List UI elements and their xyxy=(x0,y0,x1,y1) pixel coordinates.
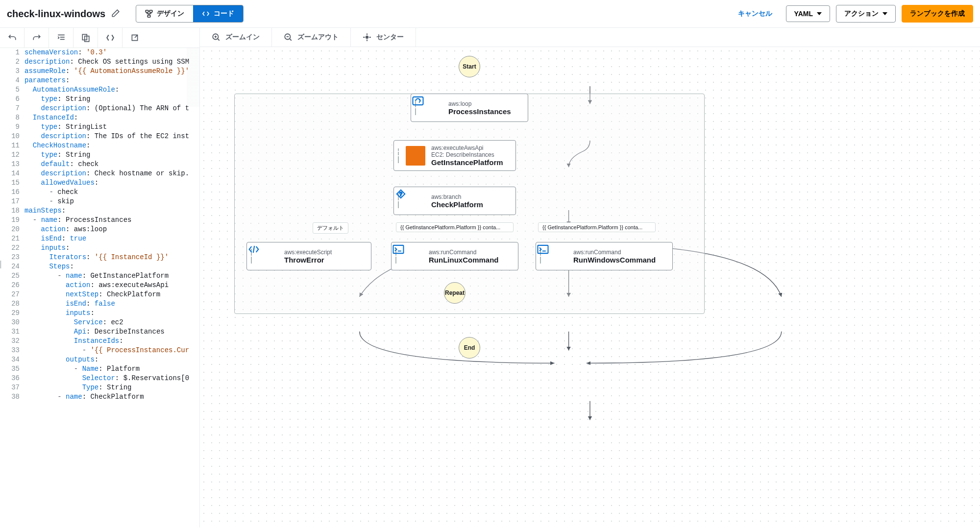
drag-handle-icon[interactable] xyxy=(397,193,400,208)
code-icon xyxy=(202,10,210,18)
end-node[interactable]: End xyxy=(459,337,480,359)
branch-icon: ? xyxy=(406,191,425,211)
header: check-linux-windows デザイン コード キャンセル YAML … xyxy=(0,0,980,28)
run-command-icon xyxy=(403,246,423,266)
actions-button[interactable]: アクション xyxy=(836,5,896,23)
drag-handle-icon[interactable] xyxy=(394,249,397,264)
drag-handle-icon[interactable] xyxy=(397,148,400,163)
copy-button[interactable] xyxy=(74,28,98,48)
center-button[interactable]: センター xyxy=(351,28,416,47)
node-sub: aws:executeAwsApi xyxy=(431,144,503,151)
node-title: ThrowError xyxy=(284,256,332,264)
edge-label-cond2: {{ GetInstancePlatform.Platform }} conta… xyxy=(538,222,656,232)
flow-canvas[interactable]: Start aws:loop ProcessInstances aws:exec… xyxy=(200,47,980,528)
svg-rect-2 xyxy=(147,15,150,17)
code-editor[interactable]: 1234567891011121314151617181920212223242… xyxy=(0,48,199,528)
node-process-instances[interactable]: aws:loop ProcessInstances xyxy=(411,94,528,122)
redo-button[interactable] xyxy=(24,28,49,48)
caret-down-icon xyxy=(882,12,887,15)
create-runbook-button[interactable]: ランブックを作成 xyxy=(902,5,973,23)
node-sub: aws:executeScript xyxy=(284,249,332,256)
tab-design[interactable]: デザイン xyxy=(136,5,193,22)
edge-label-cond1: {{ GetInstancePlatform.Platform }} conta… xyxy=(396,222,514,232)
node-sub: aws:runCommand xyxy=(429,249,499,256)
node-check-platform[interactable]: ? aws:branch CheckPlatform xyxy=(393,187,516,215)
svg-point-7 xyxy=(366,36,368,39)
zoom-in-button[interactable]: ズームイン xyxy=(200,28,272,47)
svg-rect-1 xyxy=(149,10,152,12)
node-sub: aws:runCommand xyxy=(573,249,656,256)
drag-handle-icon[interactable] xyxy=(414,100,417,115)
format-select[interactable]: YAML xyxy=(786,5,830,22)
loop-icon xyxy=(423,98,442,118)
node-title: RunWindowsCommand xyxy=(573,256,656,264)
zoom-in-icon xyxy=(212,33,220,42)
runbook-title: check-linux-windows xyxy=(7,8,105,20)
design-icon xyxy=(145,10,153,18)
minimap[interactable] xyxy=(187,48,199,107)
indent-button[interactable] xyxy=(49,28,74,48)
node-throw-error[interactable]: aws:executeScript ThrowError xyxy=(246,242,371,270)
node-run-windows-command[interactable]: aws:runCommand RunWindowsCommand xyxy=(536,242,673,270)
node-title: RunLinuxCommand xyxy=(429,256,499,264)
resize-handle[interactable] xyxy=(0,255,2,274)
edge-label-default: デフォルト xyxy=(313,222,348,234)
node-title: CheckPlatform xyxy=(431,200,483,209)
brackets-button[interactable] xyxy=(98,28,122,48)
node-get-instance-platform[interactable]: aws:executeAwsApi EC2: DescribeInstances… xyxy=(393,140,516,171)
code-panel: 1234567891011121314151617181920212223242… xyxy=(0,28,200,528)
node-sub2: EC2: DescribeInstances xyxy=(431,151,503,158)
drag-handle-icon[interactable] xyxy=(539,249,542,264)
edit-title-icon[interactable] xyxy=(111,9,120,19)
canvas-panel: ズームイン ズームアウト センター xyxy=(200,28,980,528)
undo-button[interactable] xyxy=(0,28,24,48)
svg-rect-0 xyxy=(146,10,148,12)
start-node[interactable]: Start xyxy=(459,56,480,77)
caret-down-icon xyxy=(817,12,822,15)
drag-handle-icon[interactable] xyxy=(250,249,253,264)
node-sub: aws:branch xyxy=(431,193,483,200)
script-icon xyxy=(259,246,278,266)
zoom-out-icon xyxy=(284,33,293,42)
tab-code[interactable]: コード xyxy=(193,5,243,22)
code-toolbar xyxy=(0,28,199,48)
popout-button[interactable] xyxy=(122,28,147,48)
node-title: GetInstancePlatform xyxy=(431,158,503,167)
cancel-button[interactable]: キャンセル xyxy=(730,5,780,22)
main: 1234567891011121314151617181920212223242… xyxy=(0,28,980,528)
node-sub: aws:loop xyxy=(448,100,511,107)
aws-api-icon xyxy=(406,146,425,166)
node-run-linux-command[interactable]: aws:runCommand RunLinuxCommand xyxy=(391,242,518,270)
repeat-node[interactable]: Repeat xyxy=(444,282,466,304)
center-icon xyxy=(363,33,371,42)
zoom-out-button[interactable]: ズームアウト xyxy=(272,28,351,47)
view-tabs: デザイン コード xyxy=(136,5,244,23)
node-title: ProcessInstances xyxy=(448,107,511,116)
run-command-icon xyxy=(548,246,567,266)
canvas-toolbar: ズームイン ズームアウト センター xyxy=(200,28,980,47)
